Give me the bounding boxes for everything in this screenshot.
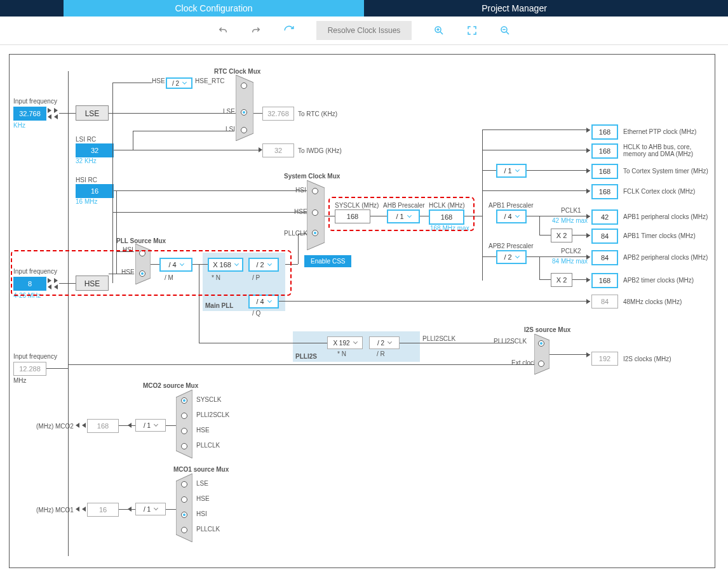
iwdg-out-label: To IWDG (KHz) — [298, 147, 342, 154]
sysclk-hsi-radio[interactable] — [312, 188, 318, 194]
apb2-prescaler[interactable]: / 2 — [496, 250, 527, 264]
mco1-lse-radio[interactable] — [181, 481, 187, 488]
bus-line — [68, 71, 69, 556]
plli2s-n[interactable]: X 192 — [327, 336, 363, 349]
plli2s-title: PLLI2S — [295, 353, 317, 360]
fclk-val: 168 — [591, 184, 618, 199]
hsi-val: 16 — [76, 184, 114, 198]
mco2-sysclk-radio[interactable] — [181, 397, 187, 404]
hsi-label: HSI RC — [76, 176, 97, 183]
rtc-mux-hse-radio[interactable] — [241, 83, 247, 89]
pll-p[interactable]: / 2 — [248, 258, 279, 272]
plli2s-r[interactable]: / 2 — [369, 336, 400, 349]
i2s-input-freq[interactable]: 12.288 — [13, 362, 46, 376]
hse-osc: HSE — [76, 275, 109, 291]
redo-icon[interactable] — [250, 25, 262, 36]
hsi-unit: 16 MHz — [76, 198, 97, 205]
lsi-val: 32 — [76, 143, 114, 157]
mco2-div[interactable]: / 1 — [135, 419, 166, 432]
mco2-pllclk-radio[interactable] — [181, 443, 187, 449]
mco1-pllclk-radio[interactable] — [181, 527, 187, 533]
mco1-out: 16 — [87, 503, 119, 517]
tab-filler-left — [0, 0, 64, 17]
hse-input-freq[interactable]: 8 — [13, 277, 46, 291]
fullscreen-icon[interactable] — [466, 25, 478, 36]
iwdg-out: 32 — [262, 143, 294, 157]
lse-input-freq[interactable]: 32.768 — [13, 107, 46, 121]
apb2-timer-val: 168 — [591, 273, 618, 288]
apb2-periph-val: 84 — [591, 250, 618, 265]
cortex-div[interactable]: / 1 — [496, 164, 527, 178]
mco2-hse-radio[interactable] — [181, 428, 187, 434]
resolve-clock-issues-button[interactable]: Resolve Clock Issues — [316, 21, 412, 40]
sysclk-pll-radio[interactable] — [312, 230, 318, 236]
lse-osc: LSE — [76, 105, 109, 121]
i2s-unit: MHz — [13, 377, 27, 384]
pll-src-hsi-radio[interactable] — [139, 250, 145, 256]
mco1-hse-radio[interactable] — [181, 496, 187, 503]
rtc-mux-title: RTC Clock Mux — [214, 68, 260, 75]
i2s-mux-ext-radio[interactable] — [538, 361, 544, 367]
mco1-hsi-radio[interactable] — [181, 512, 187, 518]
lse-input-freq-label: Input frequency — [13, 98, 57, 105]
cortex-val: 168 — [591, 164, 618, 179]
rtc-mux-lsi-radio[interactable] — [241, 127, 247, 133]
hclk-val[interactable]: 168 — [429, 209, 464, 225]
sysclk-hse-radio[interactable] — [312, 209, 318, 216]
sysclk-val[interactable]: 168 — [335, 209, 370, 223]
ahb-prescaler[interactable]: / 1 — [387, 209, 420, 223]
i2s-input-label: Input frequency — [13, 353, 57, 360]
pll-src-hse-radio[interactable] — [139, 270, 145, 277]
lsi-unit: 32 KHz — [76, 157, 97, 164]
clock-diagram: Input frequency 32.768 KHz LSE LSI RC 32… — [9, 54, 715, 568]
zoom-out-icon[interactable] — [499, 25, 511, 36]
rtc-out-label: To RTC (KHz) — [298, 110, 337, 117]
i2s-mux-pll-radio[interactable] — [538, 340, 544, 347]
mco1-title: MCO1 source Mux — [173, 466, 229, 473]
clk48-val: 84 — [591, 295, 618, 309]
mco2-title: MCO2 source Mux — [143, 382, 198, 389]
i2s-out-val: 192 — [591, 352, 618, 366]
tab-bar: Clock Configuration Project Manager — [0, 0, 728, 17]
rtc-out: 32.768 — [262, 107, 294, 121]
hse-input-freq-label: Input frequency — [13, 268, 57, 275]
zoom-in-icon[interactable] — [433, 25, 445, 36]
eth-val: 168 — [591, 124, 618, 140]
tab-clock-config[interactable]: Clock Configuration — [64, 0, 364, 17]
apb2-timer-mul: X 2 — [551, 273, 572, 287]
lse-unit: KHz — [13, 122, 25, 129]
apb1-timer-val: 84 — [591, 229, 618, 244]
pll-n[interactable]: X 168 — [208, 258, 243, 272]
hse-rtc-div[interactable]: / 2 — [166, 77, 192, 89]
hclk-bus-val: 168 — [591, 143, 618, 159]
mco2-out-label: (MHz) MCO2 — [36, 423, 74, 430]
pll-m[interactable]: / 4 — [159, 258, 192, 272]
apb1-prescaler[interactable]: / 4 — [496, 209, 527, 223]
apb1-periph-val: 42 — [591, 209, 618, 225]
tab-filler-right — [664, 0, 728, 17]
refresh-icon[interactable] — [283, 25, 295, 36]
mco1-div[interactable]: / 1 — [135, 503, 166, 515]
enable-css-button[interactable]: Enable CSS — [304, 255, 351, 267]
mco2-plli2s-radio[interactable] — [181, 413, 187, 419]
undo-icon[interactable] — [217, 25, 229, 36]
mco1-out-label: (MHz) MCO1 — [36, 507, 74, 514]
sysclk-mux-title: System Clock Mux — [284, 173, 340, 180]
hse-unit: 4-26 MHz — [13, 292, 41, 299]
lsi-label: LSI RC — [76, 136, 96, 143]
pll-q[interactable]: / 4 — [248, 295, 279, 309]
main-pll-title: Main PLL — [205, 302, 233, 309]
tab-project-manager[interactable]: Project Manager — [364, 0, 664, 17]
toolbar: Resolve Clock Issues — [0, 17, 728, 45]
apb1-timer-mul: X 2 — [551, 229, 572, 242]
mco2-out: 168 — [87, 419, 119, 433]
rtc-mux-lse-radio[interactable] — [241, 109, 247, 116]
i2s-mux-title: I2S source Mux — [524, 326, 570, 333]
